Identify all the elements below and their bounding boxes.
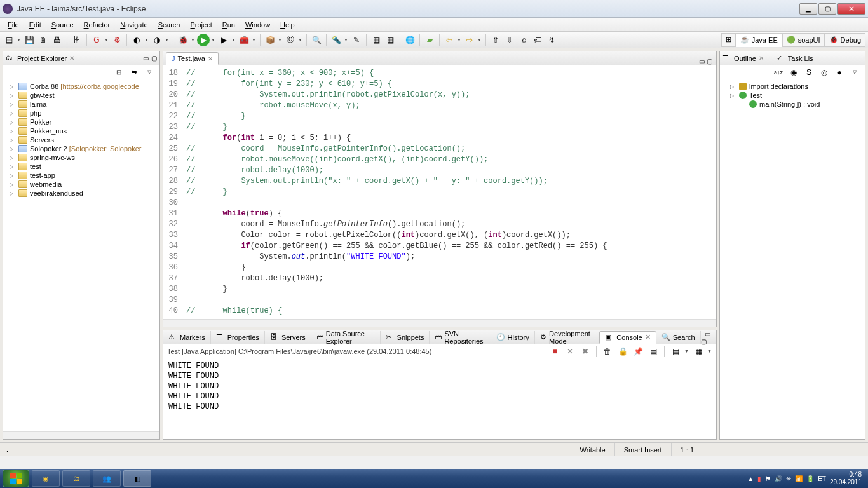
bottom-minmax[interactable]: ▭ ▢: [701, 330, 716, 345]
new-console-button[interactable]: ▦: [692, 345, 705, 358]
bottom-tab-console[interactable]: ▣Console ✕: [599, 331, 656, 344]
expand-arrow-icon[interactable]: ▷: [10, 146, 16, 152]
new-dropdown[interactable]: ▼: [17, 37, 22, 42]
console-output[interactable]: WHITE FOUND WHITE FOUND WHITE FOUND WHIT…: [163, 358, 716, 439]
bottom-tab-history[interactable]: 🕘History: [491, 331, 535, 344]
tray-icon[interactable]: 📶: [795, 475, 803, 482]
start-button[interactable]: [3, 470, 29, 487]
menu-help[interactable]: Help: [275, 20, 300, 30]
outline-tree[interactable]: ▷import declarations▷Testmain(String[]) …: [720, 79, 865, 111]
new-jpa-button[interactable]: ◑: [151, 34, 163, 46]
tree-item[interactable]: ▷php: [3, 109, 159, 118]
bottom-tab-servers[interactable]: 🗄Servers: [265, 331, 311, 344]
project-tree[interactable]: ▷Corba 88 [https://corba.googlecode▷gtw-…: [3, 79, 159, 431]
menu-file[interactable]: File: [3, 20, 24, 30]
system-tray[interactable]: ▲ ▮ ⚑ 🔊 ✳ 📶 🔋 ET 0:48 29.04.2011: [747, 471, 865, 486]
gwt-button[interactable]: G: [90, 34, 103, 46]
bottom-tab-search[interactable]: 🔍Search: [656, 331, 701, 344]
new-package-button[interactable]: 📦: [264, 34, 276, 46]
outline-item[interactable]: main(String[]) : void: [722, 100, 862, 109]
expand-arrow-icon[interactable]: ▷: [10, 191, 16, 196]
tree-item[interactable]: ▷Servers: [3, 135, 159, 144]
hide-nonpublic-icon[interactable]: ◎: [818, 66, 831, 79]
hide-local-icon[interactable]: ●: [833, 66, 846, 79]
soapui-button[interactable]: ▰: [423, 34, 436, 46]
gwt-compile-button[interactable]: ⚙: [111, 34, 123, 46]
menu-run[interactable]: Run: [217, 20, 240, 30]
code-area[interactable]: // for(int x = 360; x < 900; x+=5) {// f…: [182, 65, 716, 319]
editor-hscroll[interactable]: [163, 319, 716, 327]
perspective-soapui[interactable]: 🟢soapUI: [782, 33, 825, 47]
close-button[interactable]: ✕: [837, 3, 865, 15]
expand-arrow-icon[interactable]: ▷: [10, 84, 16, 90]
expand-arrow-icon[interactable]: ▷: [10, 173, 16, 179]
tree-item[interactable]: ▷spring-mvc-ws: [3, 153, 159, 162]
tree-item[interactable]: ▷Solopoker 2 [Solopokker: Solopoker: [3, 144, 159, 153]
taskbar-msn[interactable]: 👥: [93, 470, 121, 487]
svn-switch-button[interactable]: ↯: [545, 34, 558, 46]
new-button[interactable]: ▤: [3, 34, 15, 46]
expand-arrow-icon[interactable]: ▷: [10, 128, 16, 134]
expand-arrow-icon[interactable]: ▷: [10, 102, 16, 107]
run-button[interactable]: ▶: [197, 34, 210, 46]
tree-item[interactable]: ▷Pokker: [3, 118, 159, 126]
view-menu-icon[interactable]: ▽: [143, 66, 156, 79]
new-server-button[interactable]: 🗄: [71, 34, 83, 46]
external-tools-button[interactable]: 🧰: [238, 34, 250, 46]
link-editor-icon[interactable]: ⇆: [128, 66, 140, 79]
expand-arrow-icon[interactable]: ▷: [10, 155, 16, 161]
menu-refactor[interactable]: Refactor: [79, 20, 116, 30]
tray-icon[interactable]: ▲: [747, 475, 754, 482]
menu-edit[interactable]: Edit: [24, 20, 46, 30]
menu-search[interactable]: Search: [153, 20, 186, 30]
tray-icon[interactable]: 🔋: [806, 475, 814, 482]
menu-source[interactable]: Source: [46, 20, 79, 30]
svn-tag-button[interactable]: 🏷: [531, 34, 544, 46]
tree-item[interactable]: ▷test: [3, 162, 159, 171]
task-button[interactable]: ▦: [370, 34, 383, 46]
tree-item[interactable]: ▷webmedia: [3, 180, 159, 189]
tray-icon[interactable]: ⚑: [765, 475, 771, 482]
svn-merge-button[interactable]: ⎌: [517, 34, 530, 46]
horizontal-scrollbar[interactable]: [3, 431, 159, 439]
svn-update-button[interactable]: ⇩: [503, 34, 516, 46]
tray-icon[interactable]: ✳: [786, 475, 791, 482]
nav-fwd-button[interactable]: ⇨: [463, 34, 476, 46]
task-2-button[interactable]: ▦: [384, 34, 397, 46]
new-class-button[interactable]: Ⓒ: [284, 34, 297, 46]
perspective-debug[interactable]: 🐞Debug: [825, 33, 865, 47]
display-console-button[interactable]: ▤: [647, 345, 660, 358]
outline-close-icon[interactable]: ✕: [759, 55, 764, 62]
outline-menu-icon[interactable]: ▽: [848, 66, 861, 79]
bottom-tab-properties[interactable]: ☰Properties: [211, 331, 265, 344]
expand-arrow-icon[interactable]: ▷: [10, 182, 16, 187]
remove-all-button[interactable]: ✖: [579, 345, 592, 358]
nav-back-button[interactable]: ⇦: [443, 34, 456, 46]
annotation-button[interactable]: ✎: [350, 34, 363, 46]
open-type-button[interactable]: 🔍: [310, 34, 323, 46]
open-perspective-button[interactable]: ⊞: [721, 33, 736, 47]
sort-icon[interactable]: a↓z: [772, 66, 785, 79]
bottom-tab-development-mode[interactable]: ⚙Development Mode: [535, 331, 600, 344]
terminate-button[interactable]: ■: [548, 345, 561, 358]
save-all-button[interactable]: 🗎: [37, 34, 50, 46]
task-list-title[interactable]: Task Lis: [788, 55, 813, 62]
web-browser-button[interactable]: 🌐: [403, 34, 416, 46]
expand-arrow-icon[interactable]: ▷: [10, 164, 16, 170]
open-console-button[interactable]: ▤: [669, 345, 682, 358]
bottom-tab-markers[interactable]: ⚠Markers: [163, 331, 211, 344]
editor-tab-close-icon[interactable]: ✕: [208, 55, 213, 62]
tab-close-icon[interactable]: ✕: [645, 333, 651, 341]
tree-item[interactable]: ▷veebirakendused: [3, 189, 159, 198]
debug-button[interactable]: 🐞: [177, 34, 189, 46]
hide-static-icon[interactable]: S: [803, 66, 815, 79]
expand-arrow-icon[interactable]: ▷: [10, 137, 16, 143]
clear-console-button[interactable]: 🗑: [601, 345, 614, 358]
tray-icon[interactable]: 🔊: [775, 475, 782, 482]
expand-arrow-icon[interactable]: ▷: [10, 93, 16, 98]
taskbar-eclipse[interactable]: ◧: [123, 470, 151, 487]
project-explorer-close-icon[interactable]: ✕: [69, 55, 74, 62]
collapse-all-icon[interactable]: ⊟: [112, 66, 125, 79]
taskbar-chrome[interactable]: ◉: [32, 470, 60, 487]
scroll-lock-button[interactable]: 🔒: [616, 345, 629, 358]
